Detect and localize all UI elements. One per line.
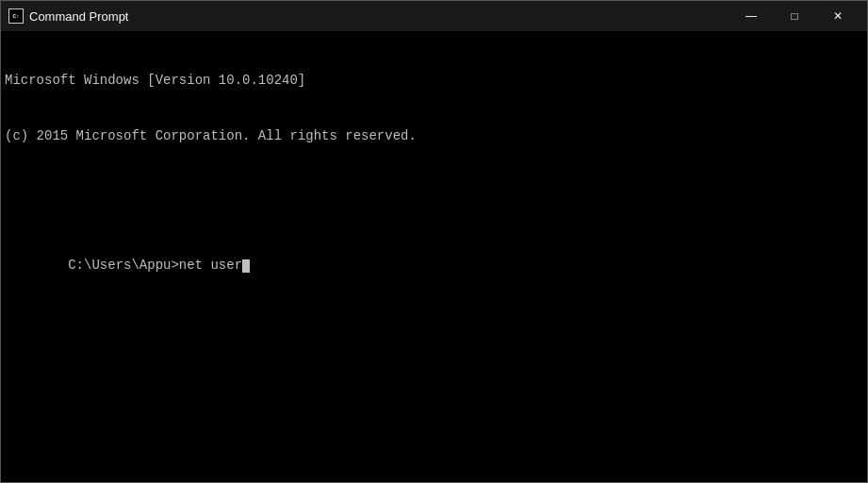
console-line-3	[5, 183, 863, 202]
close-button[interactable]: ✕	[816, 1, 860, 31]
console-prompt: C:\Users\Appu>net user	[68, 258, 242, 273]
title-bar: Command Prompt — □ ✕	[1, 1, 867, 31]
app-icon	[8, 8, 24, 24]
maximize-button[interactable]: □	[773, 1, 816, 31]
console-prompt-line: C:\Users\Appu>net user	[5, 239, 863, 294]
cursor	[242, 259, 250, 273]
console-line-2: (c) 2015 Microsoft Corporation. All righ…	[5, 127, 863, 146]
console-line-1: Microsoft Windows [Version 10.0.10240]	[5, 72, 863, 91]
console-area[interactable]: Microsoft Windows [Version 10.0.10240] (…	[1, 31, 867, 482]
window-controls: — □ ✕	[729, 1, 860, 31]
command-prompt-window: Command Prompt — □ ✕ Microsoft Windows […	[0, 0, 868, 483]
minimize-button[interactable]: —	[729, 1, 773, 31]
console-output: Microsoft Windows [Version 10.0.10240] (…	[5, 35, 863, 331]
cmd-icon	[8, 8, 24, 24]
window-title: Command Prompt	[29, 9, 729, 24]
